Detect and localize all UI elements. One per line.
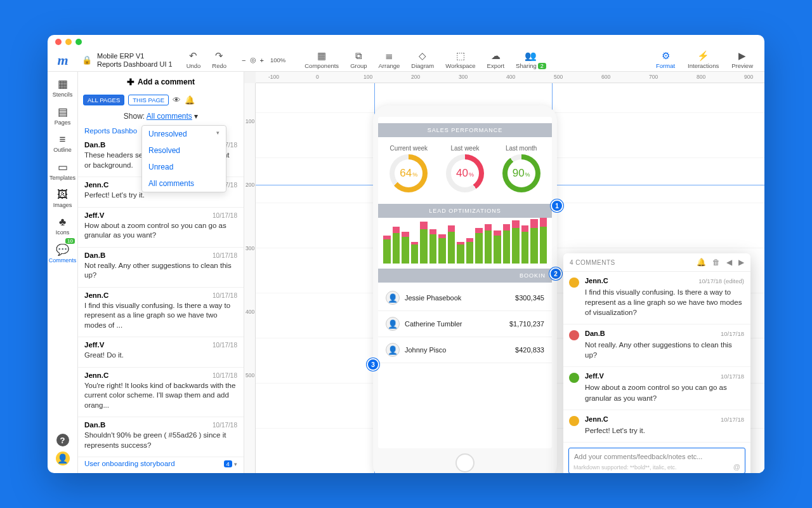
comment-list-item[interactable]: Jenn.C10/17/18You're right! It looks kin… xyxy=(78,368,244,418)
zoom-control[interactable]: − ◎ + xyxy=(242,56,264,64)
app-logo[interactable]: m xyxy=(48,49,78,72)
comment-thread-popup: 4 COMMENTS 🔔 🗑 ◀ ▶ Jenn.C10/17/18 (edite… xyxy=(563,253,750,473)
mockup-screen: SALES PERFORMANCE Current week64%Last we… xyxy=(378,117,552,448)
mention-icon[interactable]: @ xyxy=(733,463,740,471)
user-avatar[interactable]: 👤 xyxy=(56,451,70,465)
comment-date: 10/17/18 xyxy=(213,372,237,379)
comment-list-item[interactable]: Dan.B10/17/18Shouldn't 90% be green ( #5… xyxy=(78,417,244,457)
thread-comment[interactable]: Dan.B10/17/18Not really. Any other sugge… xyxy=(563,324,750,367)
booking-row[interactable]: 👤Jessie Phasebook$300,345 xyxy=(378,285,552,311)
zoom-label[interactable]: 100% xyxy=(265,55,291,65)
sharing-button[interactable]: 👥Sharing2 xyxy=(511,50,551,70)
booking-row[interactable]: 👤Catherine Tumbler$1,710,237 xyxy=(378,311,552,337)
filter-unresolved[interactable]: Unresolved▾ xyxy=(142,126,226,142)
progress-ring: 90% xyxy=(502,154,540,192)
maximize-window-icon[interactable] xyxy=(75,39,82,45)
page-section-header[interactable]: User onboarding storyboard4 ▾ xyxy=(78,457,244,470)
comment-marker-1[interactable]: 1 xyxy=(551,199,563,212)
section-header: BOOKIN xyxy=(378,269,552,283)
rail-stencils[interactable]: ▦Stencils xyxy=(48,76,77,100)
bell-icon[interactable]: 🔔 xyxy=(185,95,195,105)
rail-icons[interactable]: ♣Icons xyxy=(48,214,77,237)
help-button[interactable]: ? xyxy=(56,434,69,446)
comment-list-item[interactable]: Dan.B10/17/18Not really. Any other sugge… xyxy=(78,248,244,288)
interactions-button[interactable]: ⚡Interactions xyxy=(683,50,724,70)
booking-name: Johnny Pisco xyxy=(405,346,510,354)
close-window-icon[interactable] xyxy=(55,39,62,45)
comment-author: Dan.B xyxy=(585,330,605,337)
lock-icon[interactable]: 🔒 xyxy=(82,55,92,65)
comment-list-item[interactable]: Jeff.V10/17/18Done! xyxy=(78,470,244,473)
comment-date: 10/17/18 xyxy=(213,252,237,259)
thread-comment[interactable]: Jenn.C10/17/18Perfect! Let's try it. xyxy=(563,410,750,443)
zoom-in-icon[interactable]: + xyxy=(260,57,264,64)
watch-icon[interactable]: 👁 xyxy=(173,95,181,105)
comment-author: Dan.B xyxy=(84,251,105,259)
comment-author: Jenn.C xyxy=(84,181,108,189)
next-icon[interactable]: ▶ xyxy=(738,258,744,267)
format-button[interactable]: ⚙Format xyxy=(651,50,680,70)
comment-list-item[interactable]: Jeff.V10/17/18How about a zoom control s… xyxy=(78,208,244,248)
comment-author: Jenn.C xyxy=(84,291,108,299)
group-button[interactable]: ⧉Group xyxy=(345,50,372,70)
export-button[interactable]: ☁Export xyxy=(482,50,509,70)
bar xyxy=(420,222,428,264)
preview-button[interactable]: ▶Preview xyxy=(726,50,758,70)
plus-icon: ✚ xyxy=(127,77,134,87)
tab-this-page[interactable]: THIS PAGE xyxy=(128,95,169,105)
rail-pages[interactable]: ▤Pages xyxy=(48,104,77,128)
workspace-button[interactable]: ⬚Workspace xyxy=(440,50,480,70)
rail-comments[interactable]: 10 💬Comments xyxy=(48,241,77,265)
app-window: m 🔒 Mobile ERP V1 Reports Dashboard UI 1… xyxy=(48,35,764,473)
notify-icon[interactable]: 🔔 xyxy=(697,258,706,267)
mobile-mockup[interactable]: SALES PERFORMANCE Current week64%Last we… xyxy=(373,105,557,473)
booking-amount: $1,710,237 xyxy=(509,320,544,328)
booking-row[interactable]: 👤Johnny Pisco$420,833 xyxy=(378,337,552,363)
booking-name: Jessie Phasebook xyxy=(405,294,510,302)
rail-images[interactable]: 🖼Images xyxy=(48,187,77,210)
document-title[interactable]: Mobile ERP V1 Reports Dashboard UI 1 xyxy=(97,52,173,67)
redo-icon: ↷ xyxy=(215,51,223,61)
arrange-button[interactable]: ≣Arrange xyxy=(374,50,405,70)
filter-all[interactable]: All comments xyxy=(142,175,226,192)
progress-ring: 40% xyxy=(446,154,484,192)
thread-comment[interactable]: Jenn.C10/17/18 (edited)I find this visua… xyxy=(563,272,750,324)
thread-comment[interactable]: Jeff.V10/17/18How about a zoom control s… xyxy=(563,367,750,410)
gauge-label: Last month xyxy=(506,145,537,152)
booking-list: 👤Jessie Phasebook$300,345👤Catherine Tumb… xyxy=(378,285,552,363)
undo-button[interactable]: ↶Undo xyxy=(181,50,206,70)
canvas[interactable]: -10001002003004005006007008009001000 100… xyxy=(244,72,764,473)
rail-outline[interactable]: ≡Outline xyxy=(48,131,77,155)
templates-icon: ▭ xyxy=(58,161,68,174)
interactions-icon: ⚡ xyxy=(697,51,709,61)
sharing-count-badge: 2 xyxy=(538,63,546,69)
comment-marker-3[interactable]: 3 xyxy=(367,358,379,371)
comment-list-item[interactable]: Jenn.C10/17/18I find this visually confu… xyxy=(78,288,244,338)
bar xyxy=(402,232,409,264)
bar xyxy=(429,229,437,264)
gauge-label: Last week xyxy=(450,145,479,152)
comment-input[interactable]: Add your comments/feedback/notes etc... … xyxy=(568,448,745,473)
redo-button[interactable]: ↷Redo xyxy=(207,50,232,70)
diagram-button[interactable]: ◇Diagram xyxy=(406,50,439,70)
canvas-content[interactable]: SALES PERFORMANCE Current week64%Last we… xyxy=(256,83,764,473)
add-comment-button[interactable]: ✚ Add a comment xyxy=(78,72,244,92)
prev-icon[interactable]: ◀ xyxy=(726,258,732,267)
export-icon: ☁ xyxy=(491,51,501,61)
bar xyxy=(411,242,419,264)
rail-templates[interactable]: ▭Templates xyxy=(48,159,77,183)
comment-list-item[interactable]: Jeff.V10/17/18Great! Do it. xyxy=(78,337,244,368)
zoom-out-icon[interactable]: − xyxy=(242,57,246,64)
filter-unread[interactable]: Unread xyxy=(142,159,226,175)
tab-all-pages[interactable]: ALL PAGES xyxy=(83,95,124,105)
filter-control[interactable]: Show: All comments ▾ xyxy=(78,108,244,124)
components-button[interactable]: ▦Components xyxy=(299,50,344,70)
markdown-hint: Markdown supported: **bold**, italic, et… xyxy=(573,464,677,471)
gauge: Last month90% xyxy=(502,145,540,192)
comment-marker-2[interactable]: 2 xyxy=(549,267,562,280)
filter-resolved[interactable]: Resolved xyxy=(142,142,226,159)
bar xyxy=(475,228,483,264)
section-header: LEAD OPTIMIZATIONS xyxy=(378,204,552,218)
minimize-window-icon[interactable] xyxy=(65,39,72,45)
delete-icon[interactable]: 🗑 xyxy=(712,258,720,267)
